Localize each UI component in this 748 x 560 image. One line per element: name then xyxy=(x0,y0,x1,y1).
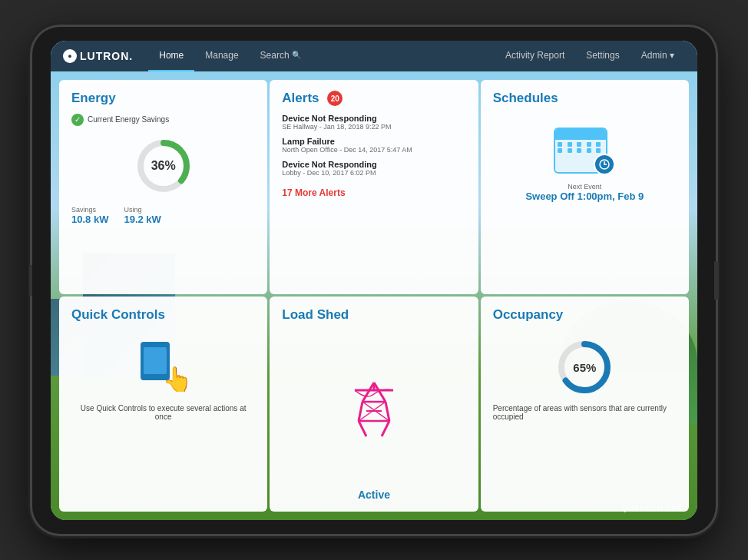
using-stat: Using 19.2 kW xyxy=(124,206,161,225)
savings-stat: Savings 10.8 kW xyxy=(71,206,108,225)
nav-manage[interactable]: Manage xyxy=(194,41,249,71)
nav-admin[interactable]: Admin ▾ xyxy=(631,41,685,71)
occupancy-description: Percentage of areas with sensors that ar… xyxy=(493,404,677,421)
quick-controls-card[interactable]: Quick Controls 👆 xyxy=(59,297,267,512)
calendar-dot xyxy=(596,142,601,147)
alert-item-2: Lamp Failure North Open Office - Dec 14,… xyxy=(282,137,465,154)
quick-controls-svg: 👆 xyxy=(133,338,194,392)
calendar-grid xyxy=(555,140,606,155)
calendar-dot xyxy=(568,142,572,147)
alert-2-subtitle: North Open Office - Dec 14, 2017 5:47 AM xyxy=(282,146,465,154)
alert-1-title: Device Not Responding xyxy=(282,114,465,123)
tablet-button-right xyxy=(714,261,719,300)
power-tower-icon xyxy=(347,379,401,440)
alerts-card[interactable]: Alerts 20 Device Not Responding SE Hallw… xyxy=(270,80,478,295)
energy-title: Energy xyxy=(71,91,255,106)
nav-right: Activity Report Settings Admin ▾ xyxy=(495,41,685,71)
schedule-event: Sweep Off 1:00pm, Feb 9 xyxy=(493,191,677,202)
savings-label: Savings xyxy=(71,206,108,214)
energy-stats: Savings 10.8 kW Using 19.2 kW xyxy=(71,206,255,225)
schedules-title: Schedules xyxy=(493,91,677,106)
energy-savings-label: Current Energy Savings xyxy=(88,115,169,124)
load-shed-icon-area xyxy=(282,338,465,481)
svg-line-13 xyxy=(382,421,389,436)
quick-controls-title: Quick Controls xyxy=(71,307,255,323)
nav-logo: ● LUTRON. xyxy=(63,49,133,63)
alert-1-subtitle: SE Hallway - Jan 18, 2018 9:22 PM xyxy=(282,123,465,131)
alert-item-1: Device Not Responding SE Hallway - Jan 1… xyxy=(282,114,465,131)
calendar-dot xyxy=(596,148,601,153)
load-shed-status: Active xyxy=(282,489,465,501)
svg-text:👆: 👆 xyxy=(162,365,193,392)
energy-donut: 36% xyxy=(133,135,194,197)
savings-value: 10.8 kW xyxy=(71,214,108,225)
occupancy-donut: 65% xyxy=(493,336,677,398)
calendar-dot xyxy=(577,148,581,153)
more-alerts-link[interactable]: 17 More Alerts xyxy=(282,187,465,198)
occupancy-card[interactable]: Occupancy 65% Percentage of areas with s… xyxy=(481,297,689,512)
search-icon: 🔍 xyxy=(292,51,301,59)
using-label: Using xyxy=(124,206,161,214)
quantum-vue-brand: QUANTUM VUE. xyxy=(621,504,685,512)
schedules-card[interactable]: Schedules xyxy=(481,80,689,295)
calendar-dot xyxy=(558,142,562,147)
schedule-icon-area xyxy=(493,121,677,175)
energy-savings-row: ✓ Current Energy Savings xyxy=(71,114,255,126)
calendar-dot xyxy=(568,148,572,153)
svg-line-8 xyxy=(362,383,374,402)
svg-line-12 xyxy=(359,421,366,436)
occupancy-title: Occupancy xyxy=(493,307,677,323)
navbar: ● LUTRON. Home Manage Search 🔍 Activity … xyxy=(51,41,697,71)
screen: ● LUTRON. Home Manage Search 🔍 Activity … xyxy=(51,41,697,520)
energy-donut-container: 36% xyxy=(71,135,255,197)
calendar-header xyxy=(555,129,606,140)
alerts-badge: 20 xyxy=(327,91,343,106)
quick-controls-icon: 👆 xyxy=(133,338,194,392)
energy-card[interactable]: Energy ✓ Current Energy Savings 36% xyxy=(59,80,267,295)
energy-percent: 36% xyxy=(133,135,194,197)
alert-item-3: Device Not Responding Lobby - Dec 10, 20… xyxy=(282,160,465,177)
alert-2-title: Lamp Failure xyxy=(282,137,465,146)
calendar-icon xyxy=(554,121,615,175)
calendar-dot xyxy=(587,142,591,147)
next-event-label: Next Event xyxy=(493,183,677,191)
tablet-shell: ● LUTRON. Home Manage Search 🔍 Activity … xyxy=(32,27,716,534)
nav-settings[interactable]: Settings xyxy=(575,41,630,71)
clock-badge xyxy=(594,154,615,175)
quick-controls-icon-area: 👆 xyxy=(71,338,255,392)
nav-search[interactable]: Search 🔍 xyxy=(250,41,312,71)
green-check-icon: ✓ xyxy=(71,114,84,126)
alert-3-title: Device Not Responding xyxy=(282,160,465,169)
quick-controls-description: Use Quick Controls to execute several ac… xyxy=(71,404,255,421)
load-shed-title: Load Shed xyxy=(282,307,465,323)
lutron-logo-icon: ● xyxy=(63,49,77,63)
tablet-button-left xyxy=(29,265,32,296)
dashboard: Energy ✓ Current Energy Savings 36% xyxy=(57,78,691,514)
using-value: 19.2 kW xyxy=(124,214,161,225)
nav-home[interactable]: Home xyxy=(148,41,194,71)
nav-items: Home Manage Search 🔍 xyxy=(148,41,495,71)
calendar-dot xyxy=(558,148,562,153)
nav-activity-report[interactable]: Activity Report xyxy=(495,41,575,71)
alert-3-subtitle: Lobby - Dec 10, 2017 6:02 PM xyxy=(282,169,465,177)
calendar-dot xyxy=(577,142,581,147)
alerts-title: Alerts 20 xyxy=(282,91,465,107)
occupancy-percent: 65% xyxy=(554,336,615,398)
calendar-dot xyxy=(587,148,591,153)
nav-logo-text: LUTRON. xyxy=(80,50,133,62)
load-shed-card[interactable]: Load Shed xyxy=(270,297,478,512)
